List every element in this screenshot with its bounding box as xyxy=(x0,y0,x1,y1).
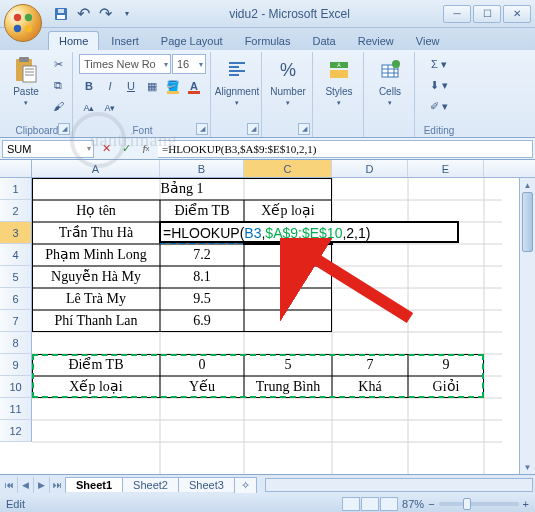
clipboard-launcher[interactable]: ◢ xyxy=(58,123,70,135)
cell[interactable]: 6.9 xyxy=(160,310,244,332)
qat-dropdown-icon[interactable]: ▾ xyxy=(118,5,136,23)
cancel-icon[interactable]: ✕ xyxy=(96,140,116,158)
tab-page-layout[interactable]: Page Layout xyxy=(151,32,233,50)
tab-view[interactable]: View xyxy=(406,32,450,50)
cell[interactable]: 7.2 xyxy=(160,244,244,266)
sheet-nav-last[interactable]: ⏭ xyxy=(50,477,66,493)
vertical-scrollbar[interactable]: ▲ ▼ xyxy=(519,178,535,474)
cell[interactable]: 8.1 xyxy=(160,266,244,288)
view-normal-button[interactable] xyxy=(342,497,360,511)
tab-data[interactable]: Data xyxy=(302,32,345,50)
cell[interactable]: 9 xyxy=(408,354,484,376)
font-family-combo[interactable]: Times New Ro xyxy=(79,54,171,74)
maximize-button[interactable]: ☐ xyxy=(473,5,501,23)
cell[interactable]: Nguyễn Hà My xyxy=(32,266,160,288)
col-header-e[interactable]: E xyxy=(408,160,484,177)
clear-button[interactable]: ✐ ▾ xyxy=(421,96,457,116)
sheet-nav-prev[interactable]: ◀ xyxy=(18,477,34,493)
tab-insert[interactable]: Insert xyxy=(101,32,149,50)
alignment-launcher[interactable]: ◢ xyxy=(247,123,259,135)
sheet-tab-3[interactable]: Sheet3 xyxy=(178,477,235,492)
fill-color-button[interactable]: 🪣 xyxy=(163,76,183,96)
zoom-in-button[interactable]: + xyxy=(523,498,529,510)
row-header[interactable]: 6 xyxy=(0,288,32,310)
font-launcher[interactable]: ◢ xyxy=(196,123,208,135)
grow-font-icon[interactable]: A▴ xyxy=(79,98,99,118)
tab-review[interactable]: Review xyxy=(348,32,404,50)
row-header[interactable]: 5 xyxy=(0,266,32,288)
cell[interactable]: Họ tên xyxy=(32,200,160,222)
zoom-out-button[interactable]: − xyxy=(428,498,434,510)
cell[interactable]: Phí Thanh Lan xyxy=(32,310,160,332)
cell[interactable]: Khá xyxy=(332,376,408,398)
cut-icon[interactable]: ✂ xyxy=(48,54,68,74)
row-header[interactable]: 4 xyxy=(0,244,32,266)
paste-button[interactable]: Paste ▾ xyxy=(6,54,46,109)
undo-icon[interactable]: ↶ xyxy=(74,5,92,23)
font-size-combo[interactable]: 16 xyxy=(172,54,206,74)
row-header[interactable]: 2 xyxy=(0,200,32,222)
cell[interactable]: 5 xyxy=(244,354,332,376)
styles-button[interactable]: AStyles▾ xyxy=(319,54,359,109)
col-header-b[interactable]: B xyxy=(160,160,244,177)
sheet-tab-1[interactable]: Sheet1 xyxy=(65,477,123,492)
save-icon[interactable] xyxy=(52,5,70,23)
border-button[interactable]: ▦ xyxy=(142,76,162,96)
cell[interactable]: Yếu xyxy=(160,376,244,398)
view-pagebreak-button[interactable] xyxy=(380,497,398,511)
cell[interactable]: Trần Thu Hà xyxy=(32,222,160,244)
col-header-a[interactable]: A xyxy=(32,160,160,177)
minimize-button[interactable]: ─ xyxy=(443,5,471,23)
cell[interactable]: Điểm TB xyxy=(32,354,160,376)
spreadsheet-grid[interactable]: A B C D E 1 Bảng 1 1 2 3 4 5 6 7 xyxy=(0,160,535,474)
cell[interactable]: 9.5 xyxy=(160,288,244,310)
office-button[interactable] xyxy=(4,4,42,42)
sheet-nav-next[interactable]: ▶ xyxy=(34,477,50,493)
cell[interactable]: Xếp loại xyxy=(244,200,332,222)
cell[interactable]: Phạm Minh Long xyxy=(32,244,160,266)
font-color-button[interactable]: A xyxy=(184,76,204,96)
row-header[interactable]: 10 xyxy=(0,376,32,398)
underline-button[interactable]: U xyxy=(121,76,141,96)
cell[interactable]: Xếp loại xyxy=(32,376,160,398)
zoom-slider[interactable] xyxy=(439,502,519,506)
cell[interactable]: Điểm TB xyxy=(160,200,244,222)
number-launcher[interactable]: ◢ xyxy=(298,123,310,135)
cell[interactable]: 7 xyxy=(332,354,408,376)
tab-home[interactable]: Home xyxy=(48,31,99,50)
view-layout-button[interactable] xyxy=(361,497,379,511)
autosum-button[interactable]: Σ ▾ xyxy=(421,54,457,74)
row-header[interactable]: 11 xyxy=(0,398,32,420)
scroll-down-icon[interactable]: ▼ xyxy=(520,460,535,474)
enter-icon[interactable]: ✓ xyxy=(116,140,136,158)
row-header[interactable]: 8 xyxy=(0,332,32,354)
cell[interactable]: 0 xyxy=(160,354,244,376)
format-painter-icon[interactable]: 🖌 xyxy=(48,96,68,116)
cell[interactable]: Giỏi xyxy=(408,376,484,398)
col-header-d[interactable]: D xyxy=(332,160,408,177)
fill-button[interactable]: ⬇ ▾ xyxy=(421,75,457,95)
col-header-c[interactable]: C xyxy=(244,160,332,177)
row-header[interactable]: 9 xyxy=(0,354,32,376)
number-button[interactable]: %Number▾ xyxy=(268,54,308,109)
bold-button[interactable]: B xyxy=(79,76,99,96)
row-header[interactable]: 12 xyxy=(0,420,32,442)
alignment-button[interactable]: Alignment▾ xyxy=(217,54,257,109)
select-all-corner[interactable] xyxy=(0,160,32,177)
sheet-tab-new[interactable]: ✧ xyxy=(234,477,257,493)
cell[interactable]: Bảng 1 xyxy=(32,178,332,200)
row-header[interactable]: 3 xyxy=(0,222,32,244)
italic-button[interactable]: I xyxy=(100,76,120,96)
row-header[interactable]: 7 xyxy=(0,310,32,332)
editing-cell[interactable]: =HLOOKUP(B3,$A$9:$E$10,2,1) xyxy=(159,221,459,243)
sheet-tab-2[interactable]: Sheet2 xyxy=(122,477,179,492)
fx-icon[interactable]: fx xyxy=(136,140,156,158)
formula-input[interactable]: =HLOOKUP(B3,$A$9:$E$10,2,1) xyxy=(158,140,533,158)
cell[interactable]: Lê Trà My xyxy=(32,288,160,310)
row-header[interactable]: 1 xyxy=(0,178,32,200)
horizontal-scrollbar[interactable] xyxy=(265,478,533,492)
close-button[interactable]: ✕ xyxy=(503,5,531,23)
cells-button[interactable]: Cells▾ xyxy=(370,54,410,109)
copy-icon[interactable]: ⧉ xyxy=(48,75,68,95)
tab-formulas[interactable]: Formulas xyxy=(235,32,301,50)
